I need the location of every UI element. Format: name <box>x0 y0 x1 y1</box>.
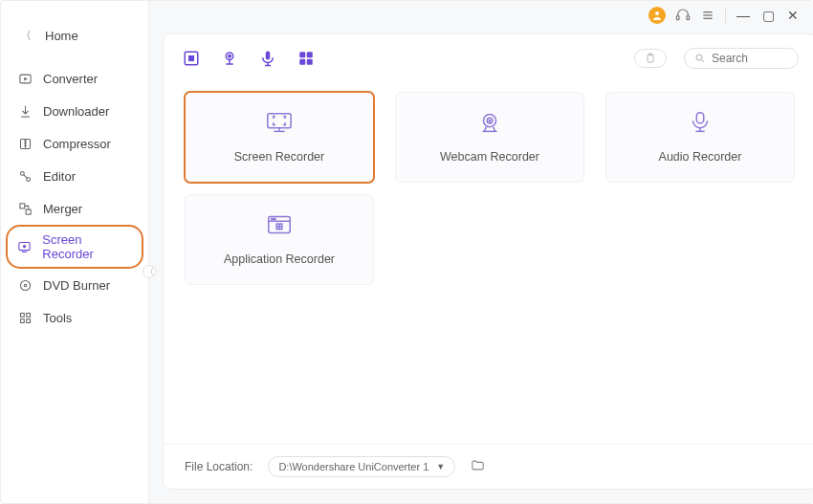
minimize-button[interactable]: — <box>736 8 751 23</box>
maximize-button[interactable]: ▢ <box>760 8 776 23</box>
search-input[interactable] <box>712 52 788 65</box>
support-headset-icon[interactable] <box>675 8 691 23</box>
sidebar-item-screen-recorder[interactable]: Screen Recorder <box>7 226 143 268</box>
sidebar-label: DVD Burner <box>43 278 110 293</box>
card-label: Screen Recorder <box>234 150 325 164</box>
file-location-dropdown[interactable]: D:\Wondershare UniConverter 1 ▼ <box>268 456 455 477</box>
microphone-icon <box>686 111 714 137</box>
record-audio-mode-icon[interactable] <box>257 48 278 69</box>
sidebar-label: Tools <box>43 311 72 325</box>
svg-point-18 <box>24 284 27 287</box>
sidebar-item-compressor[interactable]: Compressor <box>7 128 143 159</box>
svg-point-36 <box>696 55 702 60</box>
close-button[interactable]: ✕ <box>785 8 801 23</box>
screen-recorder-icon <box>16 238 33 255</box>
svg-rect-31 <box>307 52 313 57</box>
card-label: Audio Recorder <box>659 150 742 164</box>
titlebar-divider <box>725 8 726 23</box>
svg-line-37 <box>702 60 705 63</box>
sidebar-collapse-button[interactable]: 〈 <box>143 265 156 278</box>
sidebar-item-editor[interactable]: Editor <box>7 161 143 191</box>
svg-point-26 <box>229 55 231 57</box>
svg-rect-21 <box>20 318 24 322</box>
sidebar-item-dvd-burner[interactable]: DVD Burner <box>7 270 143 300</box>
sidebar-item-tools[interactable]: Tools <box>7 302 143 333</box>
main-area: Screen Recorder Webcam Recorder Audio Re… <box>149 1 813 503</box>
recorder-grid: Screen Recorder Webcam Recorder Audio Re… <box>164 77 813 444</box>
svg-rect-24 <box>189 56 194 61</box>
svg-rect-19 <box>20 313 24 317</box>
menu-icon[interactable] <box>700 8 715 23</box>
home-label: Home <box>45 29 78 43</box>
svg-rect-44 <box>696 113 704 123</box>
svg-point-49 <box>272 218 274 220</box>
svg-point-15 <box>23 245 26 248</box>
svg-rect-27 <box>266 52 271 60</box>
application-window-icon <box>265 213 294 239</box>
compressor-icon <box>16 135 33 152</box>
card-label: Application Recorder <box>224 252 335 266</box>
back-chevron-icon[interactable]: 〈 <box>20 28 32 44</box>
app-frame: — ▢ ✕ 〈 Home Converter Downloader Compre… <box>0 0 813 504</box>
editor-icon <box>16 167 33 185</box>
sidebar-label: Screen Recorder <box>42 232 133 261</box>
sidebar-label: Editor <box>43 169 76 184</box>
downloader-icon <box>16 102 33 120</box>
dvd-burner-icon <box>16 276 33 294</box>
title-bar: — ▢ ✕ <box>637 1 812 30</box>
sidebar-label: Compressor <box>43 137 111 151</box>
svg-rect-38 <box>268 114 291 128</box>
svg-rect-20 <box>26 313 30 317</box>
svg-rect-30 <box>299 52 305 57</box>
svg-rect-32 <box>299 59 305 65</box>
svg-point-0 <box>655 11 659 15</box>
sidebar-item-merger[interactable]: Merger <box>7 193 143 224</box>
sidebar-label: Converter <box>43 72 98 86</box>
svg-marker-7 <box>24 77 28 80</box>
card-webcam-recorder[interactable]: Webcam Recorder <box>395 92 584 183</box>
search-icon <box>694 53 706 64</box>
svg-point-43 <box>489 120 491 121</box>
svg-line-11 <box>23 174 27 178</box>
search-box[interactable] <box>684 48 799 69</box>
sidebar-item-converter[interactable]: Converter <box>7 63 143 94</box>
svg-rect-22 <box>26 318 30 322</box>
svg-rect-1 <box>676 16 679 20</box>
record-screen-mode-icon[interactable] <box>181 48 202 69</box>
card-audio-recorder[interactable]: Audio Recorder <box>605 92 795 183</box>
converter-icon <box>16 70 33 87</box>
card-application-recorder[interactable]: Application Recorder <box>185 194 374 285</box>
footer-bar: File Location: D:\Wondershare UniConvert… <box>164 444 813 489</box>
open-folder-button[interactable] <box>471 458 485 475</box>
sidebar-label: Downloader <box>43 104 109 119</box>
webcam-icon <box>475 111 504 137</box>
monitor-icon <box>265 111 294 137</box>
svg-point-50 <box>275 218 276 220</box>
content-panel: Screen Recorder Webcam Recorder Audio Re… <box>163 33 813 490</box>
mode-toolbar <box>164 34 813 77</box>
sidebar: 〈 Home Converter Downloader Compressor E… <box>1 1 149 503</box>
card-screen-recorder[interactable]: Screen Recorder <box>185 92 374 183</box>
record-webcam-mode-icon[interactable] <box>219 48 240 69</box>
svg-rect-33 <box>307 59 313 65</box>
user-avatar-icon[interactable] <box>648 7 666 24</box>
svg-rect-13 <box>26 209 31 214</box>
sidebar-item-downloader[interactable]: Downloader <box>7 96 143 126</box>
svg-point-17 <box>20 280 30 290</box>
file-location-path: D:\Wondershare UniConverter 1 <box>278 461 428 472</box>
file-location-label: File Location: <box>185 460 253 473</box>
record-app-mode-icon[interactable] <box>296 48 317 69</box>
svg-rect-2 <box>687 16 690 20</box>
chevron-down-icon: ▼ <box>436 462 445 471</box>
tools-icon <box>16 309 33 326</box>
home-row[interactable]: 〈 Home <box>1 11 148 63</box>
svg-rect-12 <box>19 203 24 208</box>
sidebar-label: Merger <box>43 202 82 216</box>
clipboard-button[interactable] <box>634 49 667 68</box>
merger-icon <box>16 200 33 217</box>
card-label: Webcam Recorder <box>440 150 539 164</box>
